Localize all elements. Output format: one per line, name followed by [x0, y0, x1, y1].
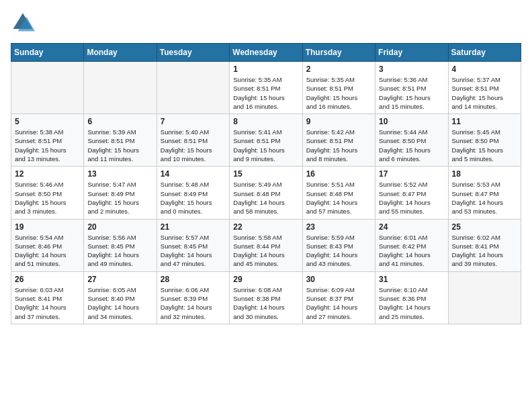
cell-content: Sunrise: 5:41 AM Sunset: 8:51 PM Dayligh…: [233, 128, 298, 163]
day-number: 12: [15, 169, 80, 179]
day-number: 28: [161, 275, 226, 284]
calendar-cell: 27Sunrise: 6:05 AM Sunset: 8:40 PM Dayli…: [84, 271, 157, 324]
day-header-wednesday: Wednesday: [230, 44, 302, 62]
cell-content: Sunrise: 5:40 AM Sunset: 8:51 PM Dayligh…: [161, 128, 226, 163]
day-number: 29: [233, 275, 298, 284]
week-row-4: 19Sunrise: 5:54 AM Sunset: 8:46 PM Dayli…: [11, 219, 521, 271]
calendar-cell: 10Sunrise: 5:44 AM Sunset: 8:50 PM Dayli…: [375, 114, 448, 167]
calendar-cell: 7Sunrise: 5:40 AM Sunset: 8:51 PM Daylig…: [157, 114, 229, 167]
calendar-cell: 29Sunrise: 6:08 AM Sunset: 8:38 PM Dayli…: [230, 271, 302, 324]
cell-content: Sunrise: 5:37 AM Sunset: 8:51 PM Dayligh…: [452, 75, 517, 111]
cell-content: Sunrise: 5:48 AM Sunset: 8:49 PM Dayligh…: [161, 180, 226, 216]
cell-content: Sunrise: 5:35 AM Sunset: 8:51 PM Dayligh…: [306, 75, 371, 111]
calendar-cell: 8Sunrise: 5:41 AM Sunset: 8:51 PM Daylig…: [230, 114, 302, 167]
calendar-cell: 30Sunrise: 6:09 AM Sunset: 8:37 PM Dayli…: [302, 271, 375, 324]
cell-content: Sunrise: 5:58 AM Sunset: 8:44 PM Dayligh…: [233, 233, 298, 269]
cell-content: Sunrise: 5:54 AM Sunset: 8:46 PM Dayligh…: [15, 233, 80, 269]
calendar-cell: [448, 271, 521, 324]
day-number: 22: [233, 222, 298, 232]
calendar-cell: 5Sunrise: 5:38 AM Sunset: 8:51 PM Daylig…: [11, 114, 84, 167]
calendar-cell: 9Sunrise: 5:42 AM Sunset: 8:51 PM Daylig…: [302, 114, 375, 167]
cell-content: Sunrise: 6:10 AM Sunset: 8:36 PM Dayligh…: [379, 285, 444, 321]
day-number: 16: [306, 169, 371, 179]
calendar-cell: 3Sunrise: 5:36 AM Sunset: 8:51 PM Daylig…: [375, 62, 448, 114]
calendar-cell: 17Sunrise: 5:52 AM Sunset: 8:47 PM Dayli…: [375, 167, 448, 219]
cell-content: Sunrise: 5:44 AM Sunset: 8:50 PM Dayligh…: [379, 128, 444, 163]
cell-content: Sunrise: 5:53 AM Sunset: 8:47 PM Dayligh…: [452, 180, 517, 216]
day-number: 24: [379, 222, 444, 232]
cell-content: Sunrise: 6:01 AM Sunset: 8:42 PM Dayligh…: [379, 233, 444, 269]
day-number: 9: [306, 117, 371, 126]
day-number: 13: [87, 169, 152, 179]
day-header-monday: Monday: [84, 44, 157, 62]
day-number: 4: [452, 64, 517, 74]
day-header-thursday: Thursday: [302, 44, 375, 62]
calendar-cell: 4Sunrise: 5:37 AM Sunset: 8:51 PM Daylig…: [448, 62, 521, 114]
calendar-cell: 12Sunrise: 5:46 AM Sunset: 8:50 PM Dayli…: [11, 167, 84, 219]
calendar: SundayMondayTuesdayWednesdayThursdayFrid…: [11, 43, 521, 324]
calendar-cell: 13Sunrise: 5:47 AM Sunset: 8:49 PM Dayli…: [84, 167, 157, 219]
cell-content: Sunrise: 5:56 AM Sunset: 8:45 PM Dayligh…: [87, 233, 152, 269]
calendar-cell: 20Sunrise: 5:56 AM Sunset: 8:45 PM Dayli…: [84, 219, 157, 271]
day-header-saturday: Saturday: [448, 44, 521, 62]
calendar-cell: 16Sunrise: 5:51 AM Sunset: 8:48 PM Dayli…: [302, 167, 375, 219]
day-number: 26: [15, 275, 80, 284]
week-row-2: 5Sunrise: 5:38 AM Sunset: 8:51 PM Daylig…: [11, 114, 521, 167]
cell-content: Sunrise: 5:38 AM Sunset: 8:51 PM Dayligh…: [15, 128, 80, 163]
calendar-cell: 22Sunrise: 5:58 AM Sunset: 8:44 PM Dayli…: [230, 219, 302, 271]
day-number: 27: [87, 275, 152, 284]
calendar-cell: 26Sunrise: 6:03 AM Sunset: 8:41 PM Dayli…: [11, 271, 84, 324]
calendar-cell: 23Sunrise: 5:59 AM Sunset: 8:43 PM Dayli…: [302, 219, 375, 271]
cell-content: Sunrise: 6:05 AM Sunset: 8:40 PM Dayligh…: [87, 285, 152, 321]
week-row-5: 26Sunrise: 6:03 AM Sunset: 8:41 PM Dayli…: [11, 271, 521, 324]
cell-content: Sunrise: 5:57 AM Sunset: 8:45 PM Dayligh…: [161, 233, 226, 269]
day-number: 21: [161, 222, 226, 232]
calendar-cell: 18Sunrise: 5:53 AM Sunset: 8:47 PM Dayli…: [448, 167, 521, 219]
cell-content: Sunrise: 5:42 AM Sunset: 8:51 PM Dayligh…: [306, 128, 371, 163]
day-number: 20: [87, 222, 152, 232]
cell-content: Sunrise: 5:51 AM Sunset: 8:48 PM Dayligh…: [306, 180, 371, 216]
day-number: 31: [379, 275, 444, 284]
day-number: 23: [306, 222, 371, 232]
day-number: 1: [233, 64, 298, 74]
day-header-sunday: Sunday: [11, 44, 84, 62]
calendar-cell: [11, 62, 84, 114]
calendar-cell: 24Sunrise: 6:01 AM Sunset: 8:42 PM Dayli…: [375, 219, 448, 271]
calendar-cell: 19Sunrise: 5:54 AM Sunset: 8:46 PM Dayli…: [11, 219, 84, 271]
calendar-cell: 15Sunrise: 5:49 AM Sunset: 8:48 PM Dayli…: [230, 167, 302, 219]
logo: [11, 11, 38, 35]
week-row-3: 12Sunrise: 5:46 AM Sunset: 8:50 PM Dayli…: [11, 167, 521, 219]
day-number: 7: [161, 117, 226, 126]
calendar-cell: 2Sunrise: 5:35 AM Sunset: 8:51 PM Daylig…: [302, 62, 375, 114]
cell-content: Sunrise: 5:46 AM Sunset: 8:50 PM Dayligh…: [15, 180, 80, 216]
week-row-1: 1Sunrise: 5:35 AM Sunset: 8:51 PM Daylig…: [11, 62, 521, 114]
cell-content: Sunrise: 5:49 AM Sunset: 8:48 PM Dayligh…: [233, 180, 298, 216]
cell-content: Sunrise: 6:06 AM Sunset: 8:39 PM Dayligh…: [161, 285, 226, 321]
day-number: 2: [306, 64, 371, 74]
day-number: 8: [233, 117, 298, 126]
day-number: 18: [452, 169, 517, 179]
logo-icon: [11, 11, 35, 35]
calendar-cell: 31Sunrise: 6:10 AM Sunset: 8:36 PM Dayli…: [375, 271, 448, 324]
day-number: 30: [306, 275, 371, 284]
day-number: 11: [452, 117, 517, 126]
day-number: 3: [379, 64, 444, 74]
day-number: 17: [379, 169, 444, 179]
page-header: [11, 11, 521, 35]
calendar-cell: 28Sunrise: 6:06 AM Sunset: 8:39 PM Dayli…: [157, 271, 229, 324]
day-number: 19: [15, 222, 80, 232]
calendar-cell: [157, 62, 229, 114]
cell-content: Sunrise: 5:35 AM Sunset: 8:51 PM Dayligh…: [233, 75, 298, 111]
cell-content: Sunrise: 6:09 AM Sunset: 8:37 PM Dayligh…: [306, 285, 371, 321]
calendar-cell: 14Sunrise: 5:48 AM Sunset: 8:49 PM Dayli…: [157, 167, 229, 219]
calendar-cell: 25Sunrise: 6:02 AM Sunset: 8:41 PM Dayli…: [448, 219, 521, 271]
calendar-cell: 21Sunrise: 5:57 AM Sunset: 8:45 PM Dayli…: [157, 219, 229, 271]
calendar-cell: 6Sunrise: 5:39 AM Sunset: 8:51 PM Daylig…: [84, 114, 157, 167]
day-header-friday: Friday: [375, 44, 448, 62]
day-number: 5: [15, 117, 80, 126]
cell-content: Sunrise: 6:03 AM Sunset: 8:41 PM Dayligh…: [15, 285, 80, 321]
cell-content: Sunrise: 5:36 AM Sunset: 8:51 PM Dayligh…: [379, 75, 444, 111]
day-number: 10: [379, 117, 444, 126]
calendar-cell: 1Sunrise: 5:35 AM Sunset: 8:51 PM Daylig…: [230, 62, 302, 114]
calendar-cell: 11Sunrise: 5:45 AM Sunset: 8:50 PM Dayli…: [448, 114, 521, 167]
